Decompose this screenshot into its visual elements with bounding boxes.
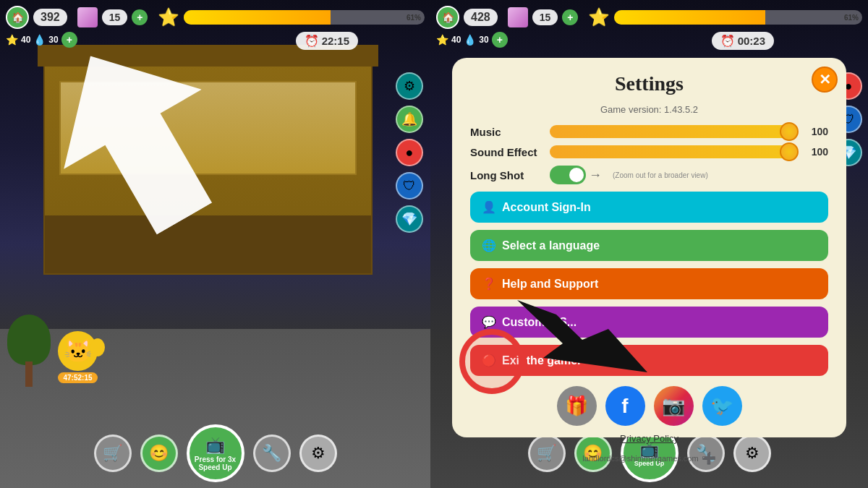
add-resources-right[interactable]: + bbox=[492, 32, 508, 48]
gear-button-left[interactable]: ⚙ bbox=[299, 435, 337, 472]
music-row: Music 100 bbox=[470, 125, 828, 138]
email-add-icon: ➕ bbox=[702, 451, 716, 465]
tree-foliage bbox=[7, 314, 51, 365]
account-signin-button[interactable]: 👤 Account Sign-In bbox=[470, 192, 828, 223]
sound-slider[interactable] bbox=[550, 145, 796, 158]
toggle-arrow-icon: → bbox=[589, 168, 602, 183]
sound-value: 100 bbox=[803, 146, 828, 158]
settings-title: Settings bbox=[470, 72, 828, 95]
extra-icon-left[interactable]: 💎 bbox=[396, 205, 423, 233]
shield-icon-left[interactable]: 🛡 bbox=[396, 172, 423, 200]
sub-water-icon-right: 💧 bbox=[464, 34, 476, 46]
circle-icon-left[interactable]: ● bbox=[396, 139, 423, 166]
add-gems-button-left[interactable]: + bbox=[132, 9, 148, 25]
speed-up-line2: Speed Up bbox=[198, 463, 231, 471]
gem-icon-left bbox=[77, 7, 98, 27]
music-value: 100 bbox=[803, 126, 828, 137]
wrench-button-left[interactable]: 🔧 bbox=[253, 435, 291, 472]
cat-body: 🐱 bbox=[58, 331, 98, 371]
timer-text-right: 00:23 bbox=[738, 35, 765, 47]
notification-icon-left[interactable]: 🔔 bbox=[396, 106, 423, 133]
game-icon-left: 🏠 bbox=[6, 6, 29, 29]
settings-version: Game version: 1.43.5.2 bbox=[470, 104, 828, 115]
xp-bar-right: 61% bbox=[614, 10, 862, 25]
xp-fill-left bbox=[184, 10, 331, 25]
settings-icon-left[interactable]: ⚙ bbox=[396, 72, 423, 100]
tree bbox=[7, 314, 51, 387]
hud-sub-right: ⭐ 40 💧 30 + bbox=[436, 32, 508, 48]
account-icon: 👤 bbox=[482, 200, 496, 214]
long-shot-label: Long Shot bbox=[470, 169, 542, 181]
building-floor bbox=[45, 215, 371, 273]
long-shot-row: Long Shot → (Zoom out for a broader view… bbox=[470, 166, 828, 184]
timer-icon-right: ⏰ bbox=[720, 34, 735, 48]
sub-water-left: 30 bbox=[48, 35, 58, 45]
xp-text-right: 61% bbox=[844, 14, 859, 22]
gems-counter-left: 15 bbox=[102, 9, 128, 25]
long-shot-toggle[interactable]: → bbox=[550, 166, 602, 184]
cat-paw bbox=[90, 338, 105, 356]
select-language-button[interactable]: 🌐 Select a language bbox=[470, 230, 828, 261]
left-panel: 🏠 392 15 + ⭐ 61% ⭐ 40 💧 30 + ⏰ 22:15 ⚙ 🔔… bbox=[0, 0, 430, 488]
music-slider[interactable] bbox=[550, 125, 796, 138]
star-icon-right: ⭐ bbox=[588, 7, 610, 27]
sub-water-icon-left: 💧 bbox=[33, 34, 46, 46]
timer-left: ⏰ 22:15 bbox=[296, 32, 358, 50]
account-label: Account Sign-In bbox=[502, 201, 591, 214]
xp-fill-right bbox=[614, 10, 765, 25]
bottom-hud-left: 🛒 😊 📺 Press for 3x Speed Up 🔧 ⚙ bbox=[0, 424, 430, 482]
toggle-switch[interactable] bbox=[550, 166, 586, 184]
add-gems-button-right[interactable]: + bbox=[562, 9, 578, 25]
cart-button-left[interactable]: 🛒 bbox=[94, 435, 132, 472]
social-row: 🎁 f 📷 🐦 bbox=[470, 386, 828, 426]
hud-top-right: 🏠 428 15 + ⭐ 61% bbox=[436, 6, 862, 29]
gem-icon-right bbox=[508, 7, 528, 27]
help-icon: ❓ bbox=[482, 277, 496, 291]
speed-up-button[interactable]: 📺 Press for 3x Speed Up bbox=[187, 424, 244, 482]
tree-trunk bbox=[25, 361, 33, 387]
sub-star-icon-right: ⭐ bbox=[436, 34, 448, 46]
coins-counter-left: 392 bbox=[33, 9, 67, 26]
speed-up-line1: Press for 3x bbox=[195, 455, 236, 463]
right-panel: 🏠 428 15 + ⭐ 61% ⭐ 40 💧 30 + ⏰ 00:23 ● 🛡… bbox=[430, 0, 868, 488]
language-icon: 🌐 bbox=[482, 239, 496, 252]
coins-counter-right: 428 bbox=[464, 9, 498, 26]
instagram-button[interactable]: 📷 bbox=[654, 386, 694, 426]
gift-button[interactable]: 🎁 bbox=[557, 386, 597, 426]
xp-text-left: 61% bbox=[407, 14, 421, 22]
hud-top-left: 🏠 392 15 + ⭐ 61% bbox=[6, 6, 425, 29]
timer-right: ⏰ 00:23 bbox=[712, 32, 774, 50]
timer-icon-left: ⏰ bbox=[305, 34, 319, 48]
sub-water-right: 30 bbox=[479, 35, 488, 45]
tv-icon: 📺 bbox=[205, 436, 225, 455]
email-row: landlordcs@shimmergames.com ➕ bbox=[470, 451, 828, 465]
cat-timer-label: 47:52:15 bbox=[58, 372, 98, 383]
settings-close-button[interactable]: ✕ bbox=[812, 67, 838, 93]
twitter-button[interactable]: 🐦 bbox=[702, 386, 742, 426]
privacy-policy-link[interactable]: Privacy Policy bbox=[470, 433, 828, 444]
sound-label: Sound Effect bbox=[470, 146, 542, 158]
hud-sub-left: ⭐ 40 💧 30 + bbox=[6, 32, 77, 48]
sub-star-icon-left: ⭐ bbox=[6, 34, 18, 46]
cat-character: 🐱 47:52:15 bbox=[58, 331, 98, 383]
sub-stars-left: 40 bbox=[21, 35, 30, 45]
add-resources-left[interactable]: + bbox=[61, 32, 77, 48]
black-arrow-pointer bbox=[503, 286, 647, 372]
sub-stars-right: 40 bbox=[451, 35, 461, 45]
sound-row: Sound Effect 100 bbox=[470, 145, 828, 158]
game-icon-right: 🏠 bbox=[436, 6, 459, 29]
gems-counter-right: 15 bbox=[532, 9, 558, 25]
timer-text-left: 22:15 bbox=[322, 35, 349, 47]
music-slider-knob[interactable] bbox=[780, 122, 799, 141]
music-label: Music bbox=[470, 126, 542, 138]
sound-slider-knob[interactable] bbox=[780, 142, 799, 161]
facebook-button[interactable]: f bbox=[605, 386, 645, 426]
star-icon-left: ⭐ bbox=[158, 7, 179, 27]
long-shot-sub: (Zoom out for a broader view) bbox=[613, 171, 708, 179]
customer-icon: 💬 bbox=[482, 315, 496, 329]
right-icons-left: ⚙ 🔔 ● 🛡 💎 bbox=[396, 72, 423, 233]
email-text: landlordcs@shimmergames.com bbox=[582, 454, 698, 463]
emoji-button-left[interactable]: 😊 bbox=[140, 435, 178, 472]
xp-bar-left: 61% bbox=[184, 10, 425, 25]
cat-face: 🐱 bbox=[64, 337, 93, 364]
